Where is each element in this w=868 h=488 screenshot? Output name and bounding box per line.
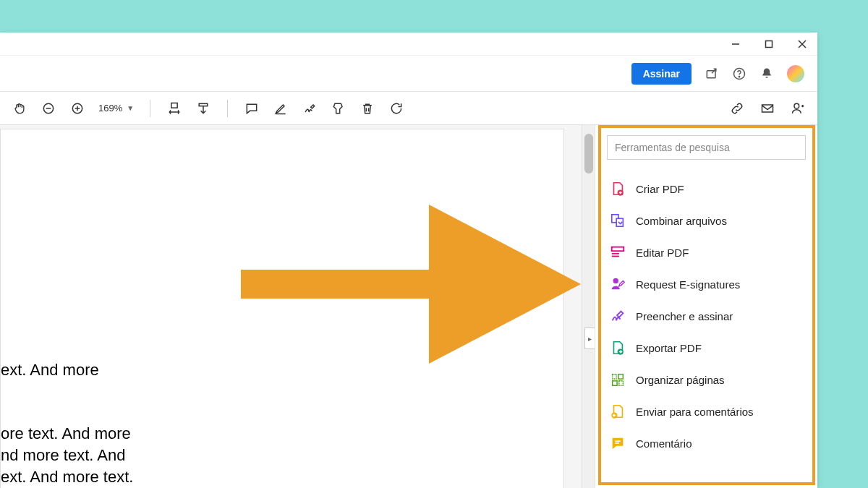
tool-export-pdf[interactable]: Exportar PDF <box>607 332 806 364</box>
tool-organize-pages[interactable]: Organizar páginas <box>607 364 806 395</box>
separator <box>227 100 228 117</box>
add-person-icon[interactable] <box>790 100 806 116</box>
avatar[interactable] <box>787 65 804 82</box>
tools-panel: Criar PDF Combinar arquivos Editar PDF <box>595 125 817 488</box>
page-view-icon[interactable] <box>195 100 211 116</box>
tool-label: Exportar PDF <box>636 342 702 354</box>
svg-point-24 <box>613 278 618 283</box>
tool-label: Preencher e assinar <box>636 310 733 322</box>
hand-tool-icon[interactable] <box>12 100 27 116</box>
scrollbar[interactable] <box>582 125 595 488</box>
separator <box>150 100 150 117</box>
combine-files-icon <box>610 213 626 228</box>
document-pane[interactable]: ext. And more ore text. And more nd more… <box>0 125 595 488</box>
stamp-icon[interactable] <box>331 100 346 116</box>
share-icon[interactable] <box>705 67 719 81</box>
zoom-in-icon[interactable] <box>69 100 85 116</box>
document-page: ext. And more ore text. And more nd more… <box>0 129 564 488</box>
svg-rect-1 <box>766 40 773 47</box>
bell-icon[interactable] <box>760 67 774 81</box>
link-icon[interactable] <box>729 100 745 116</box>
svg-rect-4 <box>707 70 715 77</box>
panel-collapse-toggle[interactable]: ▸ <box>584 328 595 349</box>
chevron-down-icon: ▼ <box>127 104 134 112</box>
tool-label: Enviar para comentários <box>636 406 754 418</box>
doc-text-line: ext. And more <box>1 359 99 381</box>
toolbar: 169% ▼ <box>0 92 817 125</box>
edit-pdf-icon <box>610 244 626 260</box>
fit-width-icon[interactable] <box>166 100 182 116</box>
zoom-dropdown[interactable]: 169% ▼ <box>98 103 134 114</box>
tool-fill-sign[interactable]: Preencher e assinar <box>607 300 806 332</box>
app-window: Assinar 169% ▼ <box>0 33 817 488</box>
maximize-button[interactable] <box>762 38 775 51</box>
tool-comment[interactable]: Comentário <box>607 427 806 459</box>
comment-icon[interactable] <box>244 100 260 116</box>
top-bar: Assinar <box>0 56 817 92</box>
doc-text-line: ore text. And more <box>1 423 131 445</box>
tool-list: Criar PDF Combinar arquivos Editar PDF <box>607 173 806 459</box>
comment-tool-icon <box>610 435 626 451</box>
sign-tool-icon[interactable] <box>302 100 318 116</box>
minimize-button[interactable] <box>729 38 742 51</box>
highlight-icon[interactable] <box>273 100 289 116</box>
scroll-thumb[interactable] <box>584 134 593 174</box>
email-icon[interactable] <box>760 100 775 116</box>
zoom-value: 169% <box>98 103 122 114</box>
create-pdf-icon <box>610 181 626 197</box>
svg-rect-29 <box>619 381 624 385</box>
tool-combine-files[interactable]: Combinar arquivos <box>607 205 806 236</box>
tool-edit-pdf[interactable]: Editar PDF <box>607 236 806 268</box>
help-icon[interactable] <box>732 67 746 81</box>
tool-label: Combinar arquivos <box>636 215 727 227</box>
window-controls <box>0 33 817 56</box>
organize-pages-icon <box>610 372 626 388</box>
tool-label: Editar PDF <box>636 247 689 259</box>
tool-label: Request E-signatures <box>636 278 740 291</box>
zoom-out-icon[interactable] <box>41 100 56 116</box>
rotate-icon[interactable] <box>388 100 404 116</box>
doc-text-line: ext. And more text. <box>1 466 133 488</box>
tool-label: Criar PDF <box>636 183 684 195</box>
delete-icon[interactable] <box>359 100 375 116</box>
request-sign-icon <box>610 276 626 292</box>
svg-rect-26 <box>613 374 617 379</box>
fill-sign-icon <box>610 308 626 324</box>
svg-rect-21 <box>612 247 624 252</box>
tools-search-input[interactable] <box>607 135 806 160</box>
tool-request-esignatures[interactable]: Request E-signatures <box>607 268 806 300</box>
tool-create-pdf[interactable]: Criar PDF <box>607 173 806 205</box>
body-area: ext. And more ore text. And more nd more… <box>0 125 817 488</box>
svg-rect-28 <box>613 381 617 385</box>
export-pdf-icon <box>610 340 626 356</box>
sign-button[interactable]: Assinar <box>631 63 692 85</box>
send-comments-icon <box>610 403 626 419</box>
tool-send-comments[interactable]: Enviar para comentários <box>607 395 806 427</box>
svg-rect-16 <box>762 105 773 112</box>
doc-text-line: nd more text. And <box>1 445 125 466</box>
tool-label: Comentário <box>636 437 692 450</box>
svg-point-6 <box>739 76 739 77</box>
tool-label: Organizar páginas <box>636 374 725 386</box>
svg-rect-12 <box>171 103 177 108</box>
svg-point-17 <box>794 103 799 108</box>
svg-rect-13 <box>199 103 208 106</box>
close-button[interactable] <box>796 38 809 51</box>
svg-rect-27 <box>618 374 623 379</box>
